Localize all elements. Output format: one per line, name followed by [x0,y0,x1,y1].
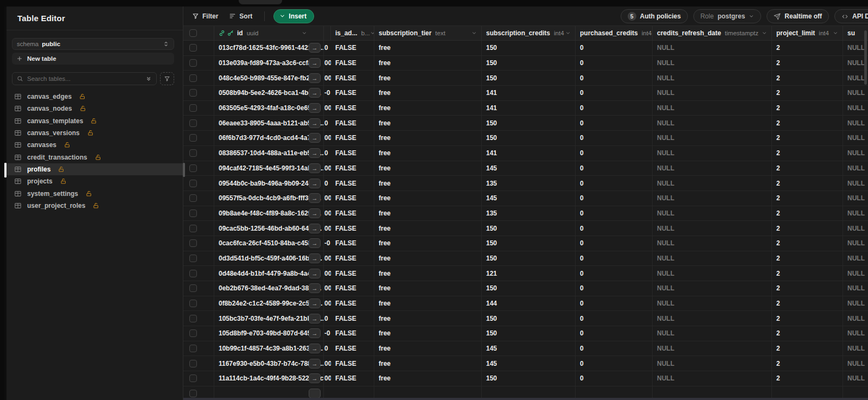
row-checkbox[interactable] [189,194,197,202]
expand-row-button[interactable]: → [309,148,321,158]
cell-id[interactable]: 10b99c1f-4857-4c39-a8b1-263b8... → [214,341,324,356]
row-checkbox[interactable] [189,59,197,67]
cell-subscription-tier[interactable]: free [374,146,482,161]
cell-purchased-credits[interactable]: 0 [576,311,653,326]
cell-is-admin[interactable]: FALSE [331,146,374,161]
table-row[interactable]: 0f8b24e2-c1c2-4589-99ce-2c52d... → 00 FA… [183,296,868,312]
column-header-subscription-credits[interactable]: subscription_credits int4 [482,26,576,40]
cell-project-limit[interactable]: 2 [772,311,843,326]
cell-is-admin[interactable]: FALSE [331,356,374,371]
cell-project-limit[interactable]: 2 [772,221,843,236]
cell-id[interactable]: 0508b94b-5ee2-4626-bca1-4bca... → [214,86,324,100]
cell-purchased-credits[interactable]: 0 [576,296,653,311]
cell-clipped[interactable]: 00 [324,251,331,266]
cell-project-limit[interactable]: 2 [772,341,843,356]
table-row[interactable]: 013e039a-fd89-473a-a3c6-ccfa9... → 00 FA… [183,56,868,71]
column-menu-icon[interactable] [302,30,307,36]
cell-project-limit[interactable]: 2 [772,191,843,206]
cell-clipped-last[interactable]: NULL [843,131,868,145]
row-checkbox[interactable] [189,329,197,337]
cell-clipped-last[interactable]: NULL [843,206,868,221]
expand-row-button[interactable]: → [309,238,321,248]
expand-row-button[interactable]: → [309,179,321,188]
column-menu-icon[interactable] [762,30,767,36]
table-row[interactable]: 1167e930-e5b0-43b7-b74c-788c9... → 00 FA… [183,356,868,371]
expand-row-button[interactable]: → [309,103,321,113]
cell-subscription-tier[interactable]: free [374,101,482,116]
table-row[interactable]: 10b99c1f-4857-4c39-a8b1-263b8... → 0 FAL… [183,341,868,357]
cell-subscription-credits[interactable]: 145 [482,341,576,356]
table-row[interactable]: 048c4e50-b989-455e-847e-fb2f... → 00 FAL… [183,71,868,86]
cell-id[interactable]: 09b8ae4e-f48c-4f89-8a8c-1629b... → [214,206,324,221]
cell-purchased-credits[interactable]: 0 [576,101,653,116]
table-row[interactable]: 105bc3b7-03fe-4e7f-9efa-21bb40... → 0 FA… [183,311,868,326]
row-checkbox[interactable] [189,164,197,172]
row-checkbox[interactable] [189,44,197,52]
cell-id[interactable]: 0d48e4d4-b1bf-4479-9a8b-4a4b... → [214,266,324,281]
insert-button[interactable]: Insert [273,9,314,23]
table-row[interactable]: 094caf42-7185-4e45-99f3-14abee... → 00 F… [183,161,868,176]
cell-is-admin[interactable]: FALSE [331,341,374,356]
cell-subscription-tier[interactable]: free [374,266,482,281]
cell-credits-refresh-date[interactable]: NULL [653,176,772,191]
table-row[interactable]: 013cf78d-1625-43fc-9961-442189... → 0 FA… [183,41,868,56]
cell-purchased-credits[interactable]: 0 [576,236,653,251]
cell-project-limit[interactable]: 2 [772,206,843,221]
cell-clipped[interactable]: 0 [324,176,331,191]
cell-clipped[interactable]: 00 [324,206,331,221]
cell-is-admin[interactable]: FALSE [331,116,374,130]
cell-is-admin[interactable]: FALSE [331,191,374,206]
cell-clipped[interactable]: 00 [324,71,331,85]
column-menu-icon[interactable] [565,30,571,36]
cell-purchased-credits[interactable]: 0 [576,206,653,221]
cell-id[interactable]: 08386537-10d4-488a-a11e-eb5a6... → [214,146,324,161]
table-row[interactable]: 09557f5a-0dcb-4cb9-a6fb-fff366... → 00 F… [183,191,868,206]
cell-purchased-credits[interactable]: 0 [576,341,653,356]
cell-subscription-credits[interactable]: 141 [482,86,576,100]
cell-clipped-last[interactable]: NULL [843,296,868,311]
cell-is-admin[interactable]: FALSE [331,281,374,296]
column-header-project-limit[interactable]: project_limit int4 [772,26,843,40]
table-row[interactable]: 09b8ae4e-f48c-4f89-8a8c-1629b... → 00 FA… [183,206,868,221]
cell-clipped[interactable]: -0 [324,86,331,100]
cell-clipped[interactable]: -0 [324,236,331,251]
cell-id[interactable]: 048c4e50-b989-455e-847e-fb2f... → [214,71,324,85]
cell-clipped[interactable]: 00 [324,371,331,386]
cell-clipped[interactable]: 0 [324,311,331,326]
cell-credits-refresh-date[interactable]: NULL [653,341,772,356]
cell-is-admin[interactable]: FALSE [331,311,374,326]
cell-subscription-credits[interactable]: 150 [482,311,576,326]
cell-subscription-tier[interactable]: free [374,131,482,145]
cell-is-admin[interactable]: FALSE [331,161,374,176]
cell-is-admin[interactable]: FALSE [331,206,374,221]
sidebar-item-profiles[interactable]: profiles [7,163,183,175]
vertical-scrollbar-thumb[interactable] [864,30,867,85]
cell-project-limit[interactable]: 2 [772,236,843,251]
expand-row-button[interactable]: → [309,208,321,218]
cell-id[interactable]: 09cac5bb-1256-46bd-ab60-64ed... → [214,221,324,236]
cell-clipped-last[interactable]: NULL [843,176,868,191]
cell-subscription-credits[interactable]: 141 [482,101,576,116]
sidebar-item-canvas_nodes[interactable]: canvas_nodes [7,103,183,115]
table-row[interactable]: 063505e5-4293-4faf-a18c-0e65b... → 00 FA… [183,101,868,116]
horizontal-scrollbar-track[interactable] [183,398,868,400]
cell-clipped[interactable]: 00 [324,161,331,176]
cell-purchased-credits[interactable]: 0 [576,161,653,176]
cell-clipped-last[interactable]: NULL [843,221,868,236]
cell-credits-refresh-date[interactable]: NULL [653,371,772,386]
row-checkbox[interactable] [189,225,197,232]
cell-is-admin[interactable]: FALSE [331,176,374,191]
table-row[interactable]: 0d48e4d4-b1bf-4479-9a8b-4a4b... → 00 FAL… [183,266,868,281]
cell-is-admin[interactable]: FALSE [331,101,374,116]
row-checkbox[interactable] [189,300,197,307]
cell-purchased-credits[interactable]: 0 [576,56,653,71]
cell-subscription-credits[interactable]: 145 [482,356,576,371]
cell-subscription-credits[interactable]: 150 [482,251,576,266]
cell-clipped[interactable]: 0 [324,146,331,161]
select-all-checkbox[interactable] [189,29,197,37]
cell-credits-refresh-date[interactable]: NULL [653,56,772,71]
row-checkbox[interactable] [189,74,197,82]
schema-select[interactable]: schema public [12,38,174,50]
cell-id[interactable]: 06eaee33-8905-4aaa-b121-ab552... → [214,116,324,130]
cell-subscription-credits[interactable]: 150 [482,281,576,296]
